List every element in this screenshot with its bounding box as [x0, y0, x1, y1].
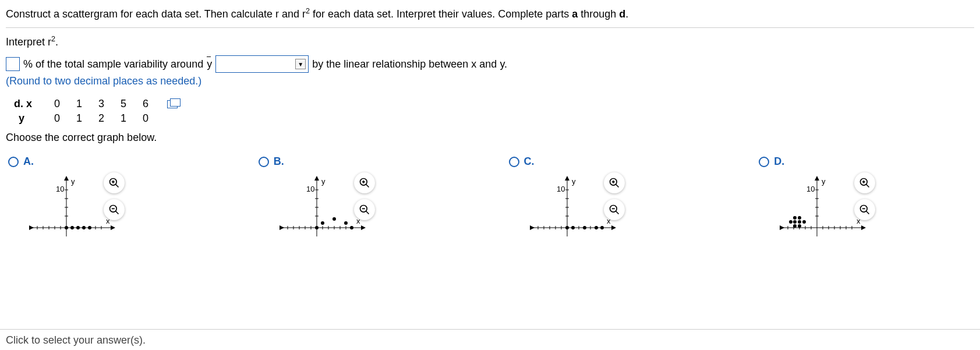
- fill-text1: % of the total sample variability around: [23, 58, 203, 70]
- x-cell: 5: [112, 97, 135, 111]
- svg-text:y: y: [321, 177, 326, 186]
- svg-line-26: [115, 185, 118, 188]
- zoom-in-icon[interactable]: [354, 172, 375, 193]
- svg-point-24: [88, 226, 91, 229]
- x-cell: 1: [68, 97, 90, 111]
- svg-line-90: [616, 185, 619, 188]
- x-cell: 0: [46, 97, 68, 111]
- svg-line-30: [115, 211, 118, 214]
- percent-input[interactable]: [6, 57, 20, 71]
- svg-point-52: [315, 226, 319, 229]
- svg-point-22: [76, 226, 80, 229]
- svg-point-85: [571, 226, 575, 229]
- intro-bold-d: d: [619, 8, 625, 20]
- svg-point-122: [798, 224, 801, 228]
- y-label: y: [19, 112, 24, 124]
- divider: [6, 27, 974, 28]
- chevron-down-icon: ▼: [295, 59, 306, 69]
- choose-instruction: Choose the correct graph below.: [6, 132, 974, 144]
- svg-point-87: [595, 226, 598, 229]
- radio-d[interactable]: [759, 157, 769, 167]
- copy-icon[interactable]: [167, 100, 178, 108]
- x-cell: 6: [135, 97, 157, 111]
- y-cell: 2: [90, 111, 112, 126]
- svg-point-84: [565, 226, 569, 229]
- ybar-symbol: y: [207, 58, 212, 70]
- zoom-out-icon[interactable]: [354, 199, 375, 220]
- svg-point-118: [793, 220, 797, 224]
- option-label-c: C.: [524, 155, 535, 168]
- verb-dropdown[interactable]: ▼: [215, 55, 309, 73]
- svg-point-86: [583, 226, 586, 229]
- svg-point-54: [332, 217, 336, 221]
- round-note: (Round to two decimal places as needed.): [6, 73, 974, 87]
- svg-text:y: y: [572, 177, 576, 186]
- intro-text-c: through: [578, 8, 619, 20]
- intro-text-b: for each data set. Interpret their value…: [310, 8, 572, 20]
- table-row: y 0 1 2 1 0: [6, 111, 186, 126]
- zoom-in-icon[interactable]: [104, 172, 125, 193]
- svg-point-116: [789, 220, 793, 224]
- fill-text2: by the linear relationship between x and…: [312, 58, 507, 70]
- svg-line-58: [366, 185, 369, 188]
- question-intro: Construct a scattergram for each data se…: [6, 5, 974, 24]
- table-row: d. x 0 1 3 5 6: [6, 97, 186, 111]
- interpret-heading: Interpret r2.: [6, 31, 974, 51]
- svg-point-117: [793, 216, 797, 220]
- y-cell: 1: [112, 111, 135, 126]
- intro-text-a: Construct a scattergram for each data se…: [6, 8, 306, 20]
- zoom-out-icon[interactable]: [604, 199, 625, 220]
- zoom-out-icon[interactable]: [854, 199, 875, 220]
- data-table-d: d. x 0 1 3 5 6 y 0 1 2 1 0: [6, 97, 974, 126]
- zoom-in-icon[interactable]: [604, 172, 625, 193]
- svg-point-88: [600, 226, 604, 229]
- svg-text:y: y: [71, 177, 75, 186]
- svg-text:10: 10: [806, 185, 815, 193]
- svg-point-120: [798, 216, 801, 220]
- option-c: C. 10 y x: [509, 155, 724, 242]
- svg-line-125: [866, 185, 869, 188]
- y-cell: 0: [135, 111, 157, 126]
- zoom-out-icon[interactable]: [104, 199, 125, 220]
- intro-text-d: .: [625, 8, 628, 20]
- option-label-b: B.: [274, 155, 284, 168]
- svg-point-20: [65, 226, 68, 229]
- fill-row: % of the total sample variability around…: [6, 51, 974, 73]
- svg-point-56: [350, 226, 353, 229]
- x-cell: 3: [90, 97, 112, 111]
- svg-point-21: [70, 226, 74, 229]
- radio-c[interactable]: [509, 157, 519, 167]
- svg-point-119: [793, 224, 797, 228]
- intro-bold-a: a: [572, 8, 578, 20]
- option-label-a: A.: [23, 155, 34, 168]
- footer-note: Click to select your answer(s).: [0, 329, 980, 347]
- interpret-b: .: [55, 36, 58, 48]
- svg-line-62: [366, 211, 369, 214]
- x-label: x: [26, 98, 32, 109]
- y-cell: 0: [46, 111, 68, 126]
- option-label-d: D.: [774, 155, 784, 168]
- svg-point-53: [321, 221, 324, 225]
- radio-a[interactable]: [8, 157, 19, 167]
- part-label: d.: [14, 98, 23, 109]
- svg-text:y: y: [822, 177, 826, 186]
- intro-sup: 2: [306, 7, 310, 15]
- svg-line-94: [616, 211, 619, 214]
- interpret-a: Interpret r: [6, 36, 51, 48]
- y-cell: 1: [68, 111, 90, 126]
- svg-point-23: [82, 226, 86, 229]
- svg-text:10: 10: [306, 185, 314, 193]
- radio-b[interactable]: [259, 157, 269, 167]
- svg-line-129: [866, 211, 869, 214]
- option-d: D. 10 y x: [759, 155, 974, 242]
- option-a: A. 10 y x: [8, 155, 224, 242]
- svg-point-121: [798, 220, 801, 224]
- svg-text:10: 10: [557, 185, 565, 193]
- options-row: A. 10 y x: [6, 155, 974, 242]
- svg-text:10: 10: [56, 185, 64, 193]
- svg-point-123: [802, 220, 806, 224]
- zoom-in-icon[interactable]: [854, 172, 875, 193]
- option-b: B. 10 y x: [259, 155, 474, 242]
- svg-point-55: [344, 221, 348, 225]
- interpret-sup: 2: [51, 35, 55, 43]
